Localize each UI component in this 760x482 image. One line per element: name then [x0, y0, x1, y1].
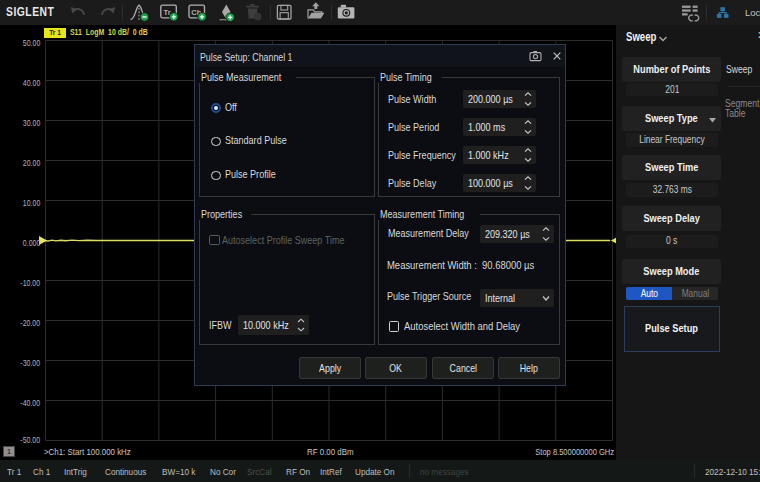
svg-text:Local: Local: [745, 7, 760, 18]
